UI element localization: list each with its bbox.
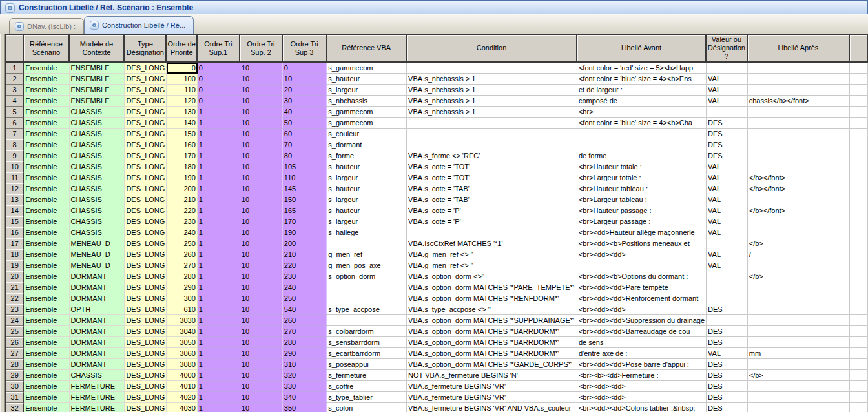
cell-condition[interactable]: VBA.s_cote = 'TAB' (407, 183, 577, 194)
cell-ordre_tri_sup2[interactable]: 10 (240, 85, 283, 96)
cell-reference_vba[interactable]: s_colori (327, 403, 407, 412)
cell-ordre_tri_sup3[interactable]: 220 (283, 260, 327, 271)
cell-modele_de_contexte[interactable]: DORMANT (70, 282, 125, 293)
column-header-ordre_tri_sup3[interactable]: Ordre Tri Sup 3 (283, 35, 327, 63)
cell-reference_vba[interactable]: s_hauteur (327, 74, 407, 85)
cell-ordre_tri_sup2[interactable]: 10 (240, 139, 283, 150)
cell-valeur_ou_designation[interactable]: VAL (707, 172, 748, 183)
cell-type_designation[interactable]: DES_LONG (125, 227, 167, 238)
cell-condition[interactable]: VBA.g_men_ref <> '' (407, 260, 577, 271)
cell-libelle_avant[interactable]: <font color = 'blue' size = 4><b>Cha (577, 118, 707, 129)
cell-valeur_ou_designation[interactable] (707, 315, 748, 326)
cell-valeur_ou_designation[interactable]: DES (707, 150, 748, 161)
cell-modele_de_contexte[interactable]: MENEAU_D (70, 260, 125, 271)
cell-ordre_de_priorite[interactable]: 100 (167, 74, 197, 85)
column-header-ordre_de_priorite[interactable]: Ordre de Priorité (167, 35, 197, 63)
cell-libelle_apres[interactable] (748, 129, 850, 139)
cell-ordre_tri_sup1[interactable]: 1 (198, 238, 240, 249)
cell-reference_scenario[interactable]: Ensemble (24, 227, 69, 238)
cell-reference_vba[interactable]: s_option_dorm (327, 271, 407, 282)
cell-spare[interactable] (850, 282, 868, 293)
cell-type_designation[interactable]: DES_LONG (125, 403, 167, 412)
cell-condition[interactable]: VBA.g_men_ref <> '' (407, 249, 577, 260)
cell-reference_vba[interactable]: s_sensbarrdorm (327, 337, 407, 348)
cell-reference_scenario[interactable]: Ensemble (24, 63, 69, 74)
cell-ordre_de_priorite[interactable]: 110 (167, 85, 197, 96)
cell-reference_scenario[interactable]: Ensemble (24, 205, 69, 216)
cell-condition[interactable]: VBA.s_fermeture BEGINS 'VR' (407, 381, 577, 392)
cell-valeur_ou_designation[interactable]: DES (707, 359, 748, 370)
cell-type_designation[interactable]: DES_LONG (125, 348, 167, 359)
cell-libelle_apres[interactable] (748, 392, 850, 403)
cell-modele_de_contexte[interactable]: DORMANT (70, 359, 125, 370)
cell-condition[interactable]: VBA.s_nbchassis > 1 (407, 74, 577, 85)
cell-libelle_avant[interactable]: de forme (577, 150, 707, 161)
cell-libelle_apres[interactable] (748, 161, 850, 172)
cell-reference_vba[interactable]: s_type_tablier (327, 392, 407, 403)
row-header[interactable]: 2 (6, 74, 24, 85)
cell-valeur_ou_designation[interactable]: VAL (707, 205, 748, 216)
cell-ordre_tri_sup1[interactable]: 1 (198, 150, 240, 161)
cell-libelle_apres[interactable]: </b> (748, 238, 850, 249)
cell-libelle_apres[interactable] (748, 118, 850, 129)
cell-spare[interactable] (850, 260, 868, 271)
cell-libelle_apres[interactable] (748, 315, 850, 326)
cell-reference_vba[interactable]: s_gammecom (327, 63, 407, 74)
cell-reference_scenario[interactable]: Ensemble (24, 282, 69, 293)
row-header[interactable]: 26 (6, 337, 24, 348)
cell-type_designation[interactable]: DES_LONG (125, 194, 167, 205)
cell-libelle_avant[interactable]: <br><dd><dd>Coloris tablier :&nbsp; (577, 403, 707, 412)
cell-ordre_tri_sup2[interactable]: 10 (240, 370, 283, 381)
cell-reference_vba[interactable]: s_poseappui (327, 359, 407, 370)
cell-ordre_tri_sup1[interactable]: 1 (198, 304, 240, 315)
cell-reference_scenario[interactable]: Ensemble (24, 392, 69, 403)
cell-reference_scenario[interactable]: Ensemble (24, 249, 69, 260)
cell-reference_vba[interactable]: s_largeur (327, 172, 407, 183)
cell-spare[interactable] (850, 304, 868, 315)
cell-ordre_tri_sup3[interactable]: 10 (283, 74, 327, 85)
cell-type_designation[interactable]: DES_LONG (125, 63, 167, 74)
cell-libelle_apres[interactable] (748, 139, 850, 150)
cell-libelle_avant[interactable]: <br>Hauteur tableau : (577, 183, 707, 194)
cell-spare[interactable] (850, 348, 868, 359)
cell-ordre_de_priorite[interactable]: 3080 (167, 359, 197, 370)
cell-ordre_tri_sup2[interactable]: 10 (240, 205, 283, 216)
cell-ordre_tri_sup1[interactable]: 1 (198, 315, 240, 326)
cell-ordre_tri_sup2[interactable]: 10 (240, 348, 283, 359)
cell-ordre_tri_sup3[interactable]: 170 (283, 216, 327, 227)
cell-ordre_tri_sup2[interactable]: 10 (240, 172, 283, 183)
cell-modele_de_contexte[interactable]: FERMETURE (70, 403, 125, 412)
cell-spare[interactable] (850, 249, 868, 260)
cell-libelle_apres[interactable] (748, 403, 850, 412)
cell-type_designation[interactable]: DES_LONG (125, 216, 167, 227)
cell-ordre_tri_sup1[interactable]: 1 (198, 227, 240, 238)
cell-ordre_tri_sup3[interactable]: 340 (283, 392, 327, 403)
cell-reference_vba[interactable]: s_fermeture (327, 370, 407, 381)
cell-condition[interactable]: NOT VBA.s_fermeture BEGINS 'N' (407, 370, 577, 381)
column-header-valeur_ou_designation[interactable]: Valeur ou Désignation ? (707, 35, 748, 63)
cell-ordre_tri_sup1[interactable]: 1 (198, 107, 240, 118)
cell-libelle_apres[interactable] (748, 85, 850, 96)
cell-valeur_ou_designation[interactable]: VAL (707, 85, 748, 96)
cell-reference_scenario[interactable]: Ensemble (24, 118, 69, 129)
cell-ordre_tri_sup2[interactable]: 10 (240, 74, 283, 85)
cell-ordre_tri_sup2[interactable]: 10 (240, 216, 283, 227)
cell-libelle_apres[interactable] (748, 216, 850, 227)
cell-ordre_tri_sup1[interactable]: 1 (198, 381, 240, 392)
cell-condition[interactable] (407, 227, 577, 238)
cell-valeur_ou_designation[interactable]: VAL (707, 183, 748, 194)
cell-libelle_avant[interactable] (577, 260, 707, 271)
cell-valeur_ou_designation[interactable]: VAL (707, 249, 748, 260)
cell-ordre_tri_sup1[interactable]: 1 (198, 118, 240, 129)
cell-spare[interactable] (850, 337, 868, 348)
cell-condition[interactable]: VBA.s_cote = 'P' (407, 205, 577, 216)
cell-libelle_apres[interactable] (748, 282, 850, 293)
cell-libelle_avant[interactable]: <br><dd><dd>Pose barre d'appui : (577, 359, 707, 370)
cell-spare[interactable] (850, 359, 868, 370)
cell-ordre_de_priorite[interactable]: 250 (167, 238, 197, 249)
row-header[interactable]: 25 (6, 326, 24, 337)
row-header[interactable]: 5 (6, 107, 24, 118)
cell-condition[interactable]: VBA.s_cote = 'TOT' (407, 172, 577, 183)
cell-spare[interactable] (850, 107, 868, 118)
cell-condition[interactable]: VBA.s_option_dorm MATCHES '*BARRDORM*' (407, 337, 577, 348)
